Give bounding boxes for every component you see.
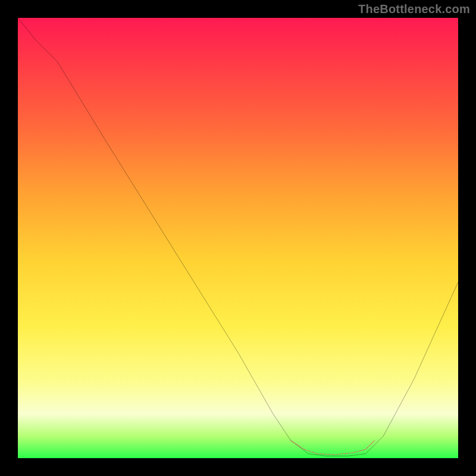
bottom-segment-path bbox=[291, 440, 375, 455]
chart-stage: TheBottleneck.com bbox=[0, 0, 476, 476]
curve-layer bbox=[18, 18, 458, 458]
main-curve-path bbox=[18, 18, 458, 456]
watermark-text: TheBottleneck.com bbox=[358, 2, 470, 16]
plot-area bbox=[18, 18, 458, 458]
